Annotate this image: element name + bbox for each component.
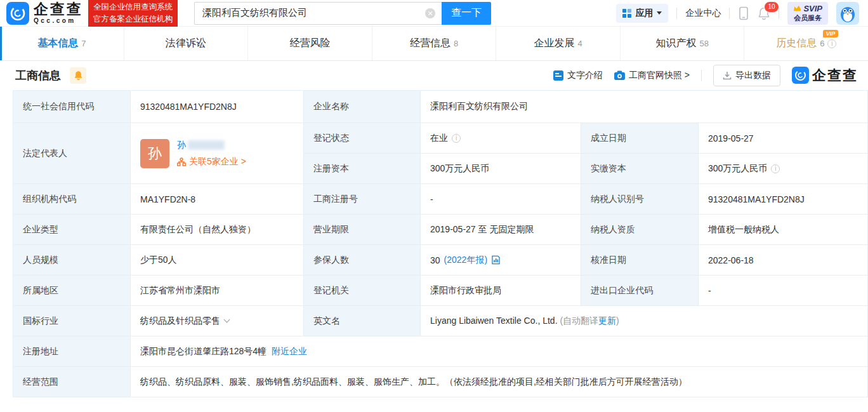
status-value: 在业 xyxy=(430,133,448,144)
tab-operating-risk[interactable]: 经营风险 xyxy=(248,27,372,60)
credit-code-value: 91320481MA1YFD2N8J xyxy=(131,91,304,123)
registry-value: 溧阳市行政审批局 xyxy=(421,276,581,306)
tab-count: 6 xyxy=(820,39,824,48)
phone-icon xyxy=(738,6,749,20)
qcc-logo-icon xyxy=(6,2,29,25)
official-badge: 全国企业信用查询系统 官方备案企业征信机构 xyxy=(88,0,178,27)
business-scope-label: 经营范围 xyxy=(13,367,131,397)
svip-membership-button[interactable]: SVIP 会员服务 xyxy=(787,2,828,25)
divider xyxy=(729,8,730,19)
import-export-value: - xyxy=(699,276,868,306)
table-row: 企业类型 有限责任公司（自然人独资） 营业期限 2019-05-27 至 无固定… xyxy=(13,215,868,245)
user-avatar[interactable] xyxy=(836,2,859,25)
search-input[interactable] xyxy=(194,2,442,25)
status-cell: 在业 i xyxy=(421,123,581,154)
text-intro-button[interactable]: 文字介绍 xyxy=(553,70,603,81)
table-row: 经营范围 纺织品、纺织品原料、服装、服饰销售,纺织品面料、服装、服饰生产、加工。… xyxy=(13,367,868,397)
business-registration-table: 统一社会信用代码 91320481MA1YFD2N8J 企业名称 溧阳利百文纺织… xyxy=(13,90,868,397)
apps-menu[interactable]: 应用 xyxy=(616,4,668,23)
export-label: 导出数据 xyxy=(735,70,771,81)
nearby-companies-link[interactable]: 附近企业 xyxy=(272,346,307,356)
taxpayer-id-label: 纳税人识别号 xyxy=(581,184,699,215)
address-value: 溧阳市昆仑街道肇庄路128号4幢 xyxy=(140,346,266,356)
status-label: 登记状态 xyxy=(304,123,421,154)
business-info-section-header: 工商信息 文字介绍 xyxy=(0,61,868,90)
tab-count: 58 xyxy=(699,39,708,48)
industry-cell: 纺织品及针织品零售 xyxy=(131,306,304,336)
crown-icon xyxy=(793,5,801,12)
tab-label: 历史信息 xyxy=(776,37,817,50)
official-snapshot-link[interactable]: 工商官网快照 > xyxy=(614,70,690,81)
reg-capital-value: 300万元人民币 xyxy=(421,154,581,184)
insured-label: 参保人数 xyxy=(304,245,421,276)
paid-capital-cell: 300万元人民币 i xyxy=(699,154,868,184)
section-title: 工商信息 xyxy=(15,68,61,83)
industry-value: 纺织品及针织品零售 xyxy=(140,316,220,326)
info-icon[interactable]: i xyxy=(827,39,836,48)
download-icon xyxy=(723,71,732,80)
tab-company-development[interactable]: 企业发展 4 xyxy=(496,27,621,60)
search-button[interactable]: 查一下 xyxy=(442,2,491,25)
tab-intellectual-property[interactable]: 知识产权 58 xyxy=(621,27,745,60)
company-name-label: 企业名称 xyxy=(304,91,421,123)
related-companies-link[interactable]: 关联5家企业 > xyxy=(189,156,246,168)
business-scope-value: 纺织品、纺织品原料、服装、服饰销售,纺织品面料、服装、服饰生产、加工。（依法须经… xyxy=(131,367,868,397)
legal-rep-cell: 孙 孙 关联5家企 xyxy=(131,123,304,184)
tab-label: 知识产权 xyxy=(655,37,696,50)
reg-capital-label: 注册资本 xyxy=(304,154,421,184)
qcc-watermark-logo: 企查查 xyxy=(792,66,858,85)
badge-line2: 官方备案企业征信机构 xyxy=(93,13,173,25)
camera-icon xyxy=(614,70,625,80)
export-data-button[interactable]: 导出数据 xyxy=(713,65,780,86)
svip-sublabel: 会员服务 xyxy=(793,14,822,23)
approval-date-label: 核准日期 xyxy=(581,245,699,276)
paid-capital-value: 300万元人民币 xyxy=(708,163,767,175)
tab-legal-litigation[interactable]: 法律诉讼 xyxy=(124,27,249,60)
annual-report-link[interactable]: (2022年报) xyxy=(444,255,487,266)
taxpayer-id-value: 91320481MA1YFD2N8J xyxy=(699,184,868,215)
tab-basic-info[interactable]: 基本信息 7 xyxy=(0,27,124,60)
company-type-value: 有限责任公司（自然人独资） xyxy=(131,215,304,245)
auto-translate-note: (自动翻译 xyxy=(560,316,598,326)
chart-icon[interactable] xyxy=(491,255,501,265)
org-code-label: 组织机构代码 xyxy=(13,184,131,215)
tab-history-info[interactable]: VIP 历史信息 6 i xyxy=(744,27,868,60)
monitor-bell-button[interactable] xyxy=(70,67,86,84)
notifications-button[interactable]: 10 xyxy=(758,6,770,20)
qcc-logo[interactable]: 企查查 Qcc.com xyxy=(6,2,83,25)
table-row: 国标行业 纺织品及针织品零售 英文名 Liyang Libaiwen Texti… xyxy=(13,306,868,336)
tab-count: 8 xyxy=(454,39,458,48)
search-bar: ✕ 查一下 xyxy=(194,2,491,25)
info-icon[interactable]: i xyxy=(452,134,461,143)
established-label: 成立日期 xyxy=(581,123,699,154)
legal-rep-name-link[interactable]: 孙 xyxy=(177,140,186,151)
english-name-value: Liyang Libaiwen Textile Co., Ltd. xyxy=(430,316,558,326)
mobile-app-button[interactable] xyxy=(738,6,749,20)
main-tab-bar: 基本信息 7 法律诉讼 经营风险 经营信息 8 企业发展 4 知识产权 58 V… xyxy=(0,27,868,61)
clear-search-icon[interactable]: ✕ xyxy=(425,8,435,18)
qcc-watermark-text: 企查查 xyxy=(812,66,858,85)
document-icon xyxy=(553,70,563,81)
legal-rep-avatar[interactable]: 孙 xyxy=(140,139,169,168)
vip-badge: VIP xyxy=(823,30,839,37)
info-icon[interactable]: i xyxy=(771,164,780,173)
chevron-down-icon[interactable] xyxy=(224,316,230,322)
translate-update-link[interactable]: 更新 xyxy=(598,316,616,326)
tab-label: 基本信息 xyxy=(37,37,78,50)
table-row: 所属地区 江苏省常州市溧阳市 登记机关 溧阳市行政审批局 进出口企业代码 - xyxy=(13,276,868,306)
paid-capital-label: 实缴资本 xyxy=(581,154,699,184)
reg-no-value: - xyxy=(421,184,581,215)
qcc-logo-icon xyxy=(792,67,809,84)
insured-count: 30 xyxy=(430,255,440,265)
taxpayer-quality-value: 增值税一般纳税人 xyxy=(699,215,868,245)
enterprise-center-link[interactable]: 企业中心 xyxy=(685,8,721,19)
tab-count: 7 xyxy=(81,39,86,48)
region-label: 所属地区 xyxy=(13,276,131,306)
related-companies-icon xyxy=(177,157,186,166)
business-term-value: 2019-05-27 至 无固定期限 xyxy=(421,215,581,245)
qcc-company-page: 企查查 Qcc.com 全国企业信用查询系统 官方备案企业征信机构 ✕ 查一下 xyxy=(0,0,868,412)
top-header: 企查查 Qcc.com 全国企业信用查询系统 官方备案企业征信机构 ✕ 查一下 xyxy=(0,0,868,27)
import-export-label: 进出口企业代码 xyxy=(581,276,699,306)
org-code-value: MA1YFD2N-8 xyxy=(131,184,304,215)
tab-operating-info[interactable]: 经营信息 8 xyxy=(372,27,497,60)
